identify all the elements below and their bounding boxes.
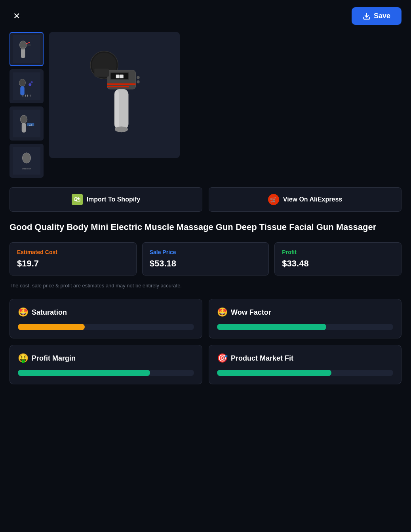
profit-margin-card: 🤑 Profit Margin: [10, 345, 202, 384]
thumbnail-4[interactable]: precision: [10, 144, 44, 178]
svg-point-19: [23, 153, 31, 163]
svg-rect-1: [13, 35, 40, 63]
product-market-fit-card: 🎯 Product Market Fit: [209, 345, 401, 384]
svg-text:AE: AE: [29, 124, 32, 126]
pricing-disclaimer: The cost, sale price & profit are estima…: [10, 282, 401, 290]
action-buttons: 🛍 Import To Shopify 🛒 View On AliExpress: [10, 187, 401, 212]
product-market-fit-label: Product Market Fit: [231, 354, 293, 363]
product-market-fit-emoji: 🎯: [217, 353, 228, 363]
wow-factor-progress-bg: [217, 324, 393, 330]
product-market-fit-progress-bg: [217, 370, 393, 376]
view-on-aliexpress-button[interactable]: 🛒 View On AliExpress: [209, 187, 401, 212]
profit-margin-progress-fill: [18, 370, 150, 376]
thumbnail-list: ⬆⬆⬆⬆ AE precision: [10, 32, 44, 178]
svg-point-33: [137, 76, 139, 79]
svg-text:⬆⬆⬆⬆: ⬆⬆⬆⬆: [22, 94, 31, 97]
svg-rect-3: [21, 48, 25, 58]
thumb-img-3: AE: [13, 110, 40, 137]
estimated-cost-card: Estimated Cost $19.7: [10, 242, 137, 276]
thumb-img-4: precision: [13, 147, 40, 175]
aliexpress-label: View On AliExpress: [283, 196, 342, 203]
product-market-fit-progress-fill: [217, 370, 331, 376]
estimated-cost-value: $19.7: [17, 258, 129, 269]
saturation-progress-fill: [18, 324, 85, 330]
thumb-img-1: [13, 35, 40, 63]
wow-factor-card: 🤩 Wow Factor: [209, 299, 401, 338]
wow-factor-title: 🤩 Wow Factor: [217, 307, 393, 317]
estimated-cost-label: Estimated Cost: [17, 249, 129, 255]
aliexpress-icon: 🛒: [268, 194, 279, 205]
svg-rect-9: [20, 86, 25, 95]
svg-rect-32: [94, 69, 109, 77]
wow-factor-label: Wow Factor: [231, 308, 271, 317]
sale-price-value: $53.18: [150, 258, 262, 269]
svg-point-10: [29, 83, 31, 86]
product-main-svg: ⬜⬜: [75, 48, 154, 142]
svg-point-14: [20, 115, 27, 124]
svg-rect-27: [107, 83, 136, 85]
profit-margin-progress-bg: [18, 370, 194, 376]
close-button[interactable]: ✕: [10, 9, 24, 23]
svg-rect-30: [115, 90, 119, 129]
thumbnail-2[interactable]: ⬆⬆⬆⬆: [10, 69, 44, 103]
metrics-grid: 🤩 Saturation 🤩 Wow Factor 🤑 Profit Margi…: [10, 299, 401, 384]
import-to-shopify-button[interactable]: 🛍 Import To Shopify: [10, 187, 202, 212]
svg-text:⬜⬜: ⬜⬜: [116, 74, 124, 79]
saturation-card: 🤩 Saturation: [10, 299, 202, 338]
svg-point-34: [137, 80, 139, 83]
svg-rect-28: [107, 86, 129, 87]
thumb-img-2: ⬆⬆⬆⬆: [13, 72, 40, 100]
top-bar: ✕ Save: [0, 0, 411, 32]
svg-point-8: [19, 79, 26, 87]
thumbnail-1[interactable]: [10, 32, 44, 66]
main-product-image: ⬜⬜: [49, 32, 180, 158]
svg-text:precision: precision: [22, 167, 31, 170]
saturation-label: Saturation: [32, 308, 67, 317]
sale-price-card: Sale Price $53.18: [142, 242, 269, 276]
svg-rect-15: [22, 123, 26, 133]
saturation-title: 🤩 Saturation: [18, 307, 194, 317]
save-button[interactable]: Save: [352, 7, 401, 25]
profit-value: $33.48: [282, 258, 394, 269]
product-gallery: ⬆⬆⬆⬆ AE precision: [10, 32, 401, 178]
profit-card: Profit $33.48: [274, 242, 401, 276]
price-cards: Estimated Cost $19.7 Sale Price $53.18 P…: [10, 242, 401, 276]
save-label: Save: [374, 12, 390, 20]
import-label: Import To Shopify: [87, 196, 141, 203]
profit-margin-label: Profit Margin: [32, 354, 76, 363]
thumbnail-3[interactable]: AE: [10, 106, 44, 141]
wow-factor-progress-fill: [217, 324, 326, 330]
wow-factor-emoji: 🤩: [217, 307, 228, 317]
svg-point-31: [115, 126, 128, 132]
product-market-fit-title: 🎯 Product Market Fit: [217, 353, 393, 363]
svg-point-11: [31, 81, 33, 83]
saturation-emoji: 🤩: [18, 307, 29, 317]
main-content: ⬆⬆⬆⬆ AE precision: [0, 32, 411, 396]
svg-rect-4: [22, 48, 25, 49]
profit-margin-title: 🤑 Profit Margin: [18, 353, 194, 363]
profit-label: Profit: [282, 249, 394, 255]
product-title: Good Quality Body Mini Electric Muscle M…: [10, 221, 401, 234]
sale-price-label: Sale Price: [150, 249, 262, 255]
saturation-progress-bg: [18, 324, 194, 330]
profit-margin-emoji: 🤑: [18, 353, 29, 363]
svg-rect-13: [13, 110, 40, 137]
shopify-icon: 🛍: [72, 194, 83, 205]
close-icon: ✕: [13, 11, 20, 21]
save-icon: [363, 12, 371, 20]
